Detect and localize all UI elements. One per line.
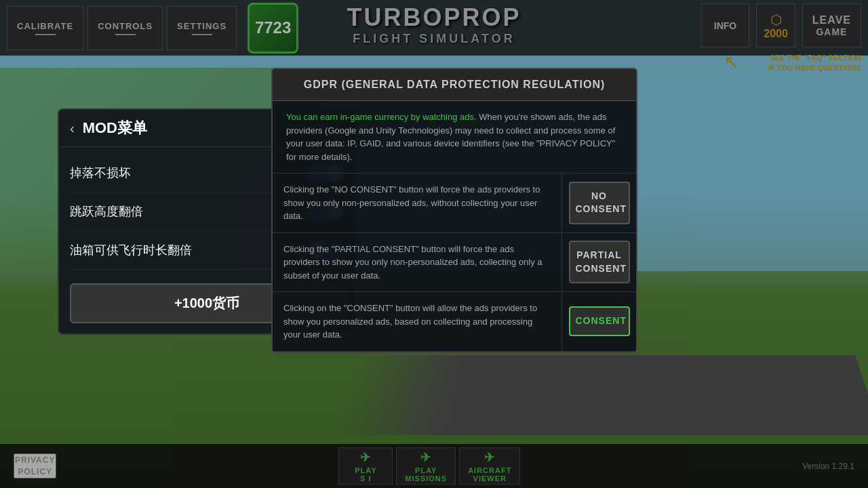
gdpr-intro-text: You can earn in-game currency by watchin… [273, 101, 636, 174]
mod-option-label-2: 跳跃高度翻倍 [70, 203, 143, 220]
add-currency-label: +1000货币 [174, 296, 239, 310]
consent-button[interactable]: CONSENT [569, 306, 630, 336]
partial-consent-button[interactable]: PARTIALCONSENT [569, 241, 630, 283]
gdpr-no-consent-row: Clicking the "NO CONSENT" button will fo… [273, 174, 636, 233]
gdpr-no-consent-text: Clicking the "NO CONSENT" button will fo… [273, 174, 561, 232]
gdpr-partial-consent-col: PARTIALCONSENT [561, 233, 636, 292]
gdpr-title: GDPR (GENERAL DATA PROTECTION REGULATION… [304, 79, 606, 90]
gdpr-header: GDPR (GENERAL DATA PROTECTION REGULATION… [273, 69, 636, 101]
no-consent-button[interactable]: NOCONSENT [569, 182, 630, 224]
mod-option-label-1: 掉落不损坏 [70, 165, 131, 181]
gdpr-consent-col: CONSENT [561, 292, 636, 351]
gdpr-consent-row: Clicking on the "CONSENT" button will al… [273, 292, 636, 352]
mod-menu-title: MOD菜单 [83, 118, 147, 138]
gdpr-partial-consent-row: Clicking the "PARTIAL CONSENT" button wi… [273, 233, 636, 293]
back-button[interactable]: ‹ [70, 121, 75, 136]
gdpr-partial-consent-text: Clicking the "PARTIAL CONSENT" button wi… [273, 233, 561, 292]
gdpr-dialog: GDPR (GENERAL DATA PROTECTION REGULATION… [271, 68, 637, 353]
gdpr-consent-text: Clicking on the "CONSENT" button will al… [273, 292, 561, 351]
mod-option-label-3: 油箱可供飞行时长翻倍 [70, 242, 192, 258]
gdpr-no-consent-col: NOCONSENT [561, 174, 636, 232]
gdpr-highlight-text: You can earn in-game currency by watchin… [286, 112, 477, 122]
